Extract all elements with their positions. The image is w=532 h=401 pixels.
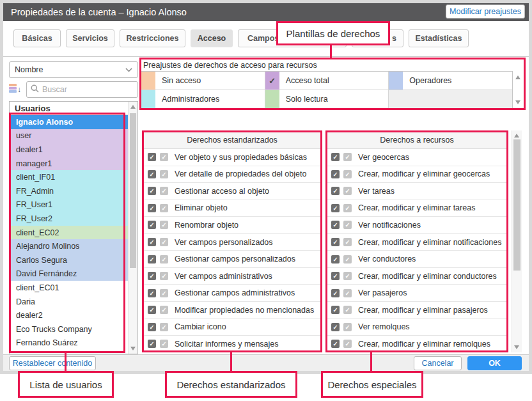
checkbox-checked-icon[interactable] <box>331 170 340 178</box>
preset-item[interactable]: ✓ Acceso total <box>265 72 389 90</box>
tab[interactable]: Acceso <box>191 29 233 47</box>
scroll-down-icon[interactable] <box>514 345 519 349</box>
checkbox-checked-icon[interactable] <box>148 340 156 348</box>
user-row[interactable]: manager1 <box>10 157 129 171</box>
checkbox-inherited-icon[interactable] <box>160 153 168 161</box>
user-row[interactable]: Eco Trucks Company <box>10 322 129 336</box>
scroll-down-icon[interactable] <box>515 100 520 104</box>
checkbox-checked-icon[interactable] <box>331 323 340 331</box>
user-row[interactable]: Carlos Segura <box>10 253 129 267</box>
user-row[interactable]: Ignacio Alonso <box>10 115 129 129</box>
checkbox-inherited-icon[interactable] <box>160 170 168 178</box>
ok-button[interactable]: OK <box>467 356 522 370</box>
preset-item[interactable] <box>389 90 512 108</box>
cancel-button[interactable]: Cancelar <box>414 356 462 370</box>
sort-by-color-icon[interactable]: ↓ <box>9 84 24 99</box>
checkbox-inherited-icon[interactable] <box>160 272 168 280</box>
checkbox-inherited-icon[interactable] <box>160 238 168 246</box>
tab[interactable]: Estadísticas <box>409 29 469 47</box>
checkbox-inherited-icon[interactable] <box>343 306 352 314</box>
checkbox-inherited-icon[interactable] <box>343 187 352 195</box>
tab[interactable]: Campos <box>238 29 347 47</box>
checkbox-inherited-icon[interactable] <box>343 340 352 348</box>
scroll-up-icon[interactable] <box>515 75 520 79</box>
reset-content-button[interactable]: Restablecer contenido <box>9 356 96 370</box>
checkbox-inherited-icon[interactable] <box>160 187 168 195</box>
scroll-up-icon[interactable] <box>514 134 519 138</box>
user-row[interactable]: Daria <box>10 295 129 309</box>
user-row[interactable]: client_EC02 <box>10 226 129 240</box>
rights-scrollbar[interactable] <box>512 130 522 352</box>
filter-select[interactable]: Nombre <box>9 61 138 78</box>
checkbox-checked-icon[interactable] <box>148 238 156 246</box>
scrollbar-thumb[interactable] <box>130 113 136 268</box>
user-row[interactable]: FR_User1 <box>10 198 129 212</box>
checkbox-inherited-icon[interactable] <box>160 289 168 297</box>
user-row[interactable]: user <box>10 129 129 143</box>
checkbox-inherited-icon[interactable] <box>343 323 352 331</box>
user-row[interactable]: client_IF01 <box>10 170 129 184</box>
checkbox-checked-icon[interactable] <box>331 255 340 263</box>
checkbox-checked-icon[interactable] <box>148 272 156 280</box>
user-row[interactable]: client_EC01 <box>10 281 129 295</box>
resource-rights-header: Derechos a recursos <box>326 131 508 149</box>
checkbox-inherited-icon[interactable] <box>160 306 168 314</box>
checkbox-checked-icon[interactable] <box>148 323 156 331</box>
checkbox-checked-icon[interactable] <box>331 187 340 195</box>
users-list: Usuarios Ignacio Alonso user dealer1 man… <box>9 101 138 354</box>
checkbox-checked-icon[interactable] <box>331 204 340 212</box>
checkbox-checked-icon[interactable] <box>331 306 340 314</box>
checkbox-inherited-icon[interactable] <box>343 238 352 246</box>
user-row[interactable]: dealer2 <box>10 308 129 322</box>
preset-item[interactable]: Administradores <box>141 90 265 108</box>
preset-item[interactable]: Sin acceso <box>141 72 265 90</box>
user-row[interactable]: Fernando Suárez <box>10 336 129 350</box>
modify-presets-button[interactable]: Modificar preajustes <box>446 4 525 19</box>
checkbox-checked-icon[interactable] <box>331 238 340 246</box>
checkbox-checked-icon[interactable] <box>331 272 340 280</box>
preset-item[interactable]: Operadores <box>389 72 512 90</box>
checkbox-inherited-icon[interactable] <box>343 289 352 297</box>
tab[interactable]: s <box>352 29 403 47</box>
user-row[interactable]: Alejandro Molinos <box>10 239 129 253</box>
user-row[interactable]: David Fernández <box>10 267 129 281</box>
user-row[interactable]: dealer1 <box>10 143 129 157</box>
tab[interactable]: Básicas <box>13 29 61 47</box>
scroll-down-icon[interactable] <box>130 347 136 350</box>
checkbox-inherited-icon[interactable] <box>160 204 168 212</box>
checkbox-checked-icon[interactable] <box>148 306 156 314</box>
checkbox-checked-icon[interactable] <box>148 204 156 212</box>
search-input[interactable] <box>42 85 134 94</box>
checkbox-inherited-icon[interactable] <box>343 204 352 212</box>
checkbox-checked-icon[interactable] <box>331 289 340 297</box>
checkbox-checked-icon[interactable] <box>148 289 156 297</box>
checkbox-checked-icon[interactable] <box>148 170 156 178</box>
checkbox-inherited-icon[interactable] <box>343 221 352 229</box>
scrollbar-thumb[interactable] <box>513 139 520 271</box>
checkbox-inherited-icon[interactable] <box>343 153 352 161</box>
checkbox-inherited-icon[interactable] <box>160 323 168 331</box>
checkbox-checked-icon[interactable] <box>331 153 340 161</box>
search-box[interactable] <box>26 81 138 98</box>
checkbox-checked-icon[interactable] <box>331 340 340 348</box>
preset-item[interactable]: Solo lectura <box>265 90 389 108</box>
checkbox-checked-icon[interactable] <box>148 255 156 263</box>
checkbox-inherited-icon[interactable] <box>160 340 168 348</box>
checkbox-inherited-icon[interactable] <box>160 221 168 229</box>
users-scrollbar[interactable] <box>128 102 137 354</box>
checkbox-inherited-icon[interactable] <box>343 170 352 178</box>
checkbox-checked-icon[interactable] <box>148 221 156 229</box>
right-label: Crear, modificar y eliminar pasajeros <box>358 306 488 315</box>
checkbox-checked-icon[interactable] <box>331 221 340 229</box>
checkbox-inherited-icon[interactable] <box>160 255 168 263</box>
tab[interactable]: Servicios <box>66 29 114 47</box>
checkbox-inherited-icon[interactable] <box>343 255 352 263</box>
checkbox-checked-icon[interactable] <box>148 187 156 195</box>
checkbox-checked-icon[interactable] <box>148 153 156 161</box>
scroll-up-icon[interactable] <box>130 105 136 109</box>
user-row[interactable]: FR_Admin <box>10 184 129 198</box>
right-row: Cambiar icono <box>143 318 322 336</box>
user-row[interactable]: FR_User2 <box>10 212 129 226</box>
checkbox-inherited-icon[interactable] <box>343 272 352 280</box>
tab[interactable]: Restricciones <box>120 29 185 47</box>
